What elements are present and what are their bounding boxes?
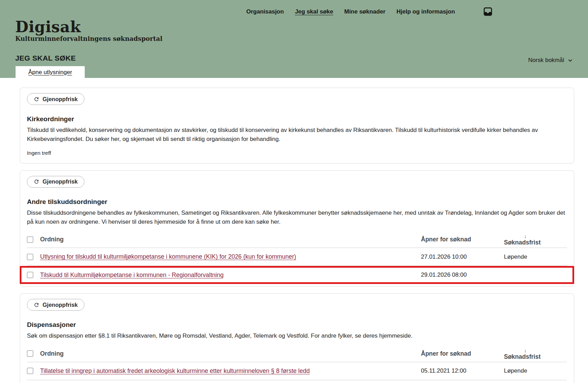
table-row: Tilskudd til Kulturmiljøkompetanse i kom… — [20, 266, 574, 284]
deadline-cell: Løpende — [504, 367, 567, 374]
app-logo-subtitle: Kulturminneforvaltningens søknadsportal — [15, 36, 163, 42]
column-header-opens[interactable]: Åpner for søknad — [421, 236, 504, 243]
table-header-row: Ordning Åpner for søknad ↓ Søknadsfrist — [27, 231, 567, 248]
refresh-icon — [34, 96, 39, 102]
refresh-button[interactable]: Gjenoppfrisk — [27, 299, 84, 311]
column-header-deadline-label: Søknadsfrist — [504, 353, 567, 360]
site-header: Organisasjon Jeg skal søke Mine søknader… — [0, 0, 588, 78]
opens-cell: 05.11.2021 12:00 — [421, 367, 504, 374]
opens-cell: 29.01.2026 08:00 — [421, 271, 504, 278]
row-checkbox[interactable] — [27, 272, 33, 278]
empty-result-text: Ingen treff — [27, 150, 567, 156]
row-checkbox[interactable] — [27, 254, 33, 260]
ordning-link[interactable]: Tillatelse til inngrep i automatisk fred… — [40, 367, 421, 375]
ordninger-table: Ordning Åpner for søknad ↓ Søknadsfrist … — [27, 346, 567, 380]
tab-label: Åpne utlysninger — [28, 69, 72, 76]
table-header-row: Ordning Åpner for søknad ↓ Søknadsfrist — [27, 346, 567, 362]
card-description: Tilskudd til vedlikehold, konservering o… — [27, 126, 567, 144]
refresh-icon — [34, 179, 39, 185]
language-selected-label: Norsk bokmål — [528, 57, 564, 64]
column-header-ordning[interactable]: Ordning — [40, 350, 421, 357]
ordning-link[interactable]: Tilskudd til Kulturmiljøkompetanse i kom… — [40, 271, 421, 279]
card-title: Kirkeordninger — [27, 115, 567, 123]
column-header-deadline-label: Søknadsfrist — [504, 239, 567, 246]
refresh-button-label: Gjenoppfrisk — [43, 178, 78, 185]
select-all-checkbox[interactable] — [27, 237, 33, 243]
column-header-deadline[interactable]: ↓ Søknadsfrist — [504, 233, 567, 246]
table-row: Utlysning for tilskudd til kulturmiljøko… — [27, 248, 567, 266]
nav-item-jeg-skal-soke[interactable]: Jeg skal søke — [295, 8, 333, 15]
table-body: Tillatelse til inngrep i automatisk fred… — [27, 362, 567, 380]
refresh-button[interactable]: Gjenoppfrisk — [27, 93, 84, 105]
card-title: Dispensasjoner — [27, 321, 567, 329]
refresh-button-label: Gjenoppfrisk — [43, 96, 78, 103]
card-kirkeordninger: Gjenoppfrisk Kirkeordninger Tilskudd til… — [20, 88, 574, 163]
table-row: Tillatelse til inngrep i automatisk fred… — [27, 362, 567, 380]
select-all-checkbox[interactable] — [27, 350, 33, 357]
inbox-button[interactable] — [483, 7, 493, 16]
column-header-ordning[interactable]: Ordning — [40, 236, 421, 243]
refresh-button[interactable]: Gjenoppfrisk — [27, 176, 84, 188]
page-title: JEG SKAL SØKE — [15, 54, 76, 62]
ordning-link[interactable]: Utlysning for tilskudd til kulturmiljøko… — [40, 253, 421, 260]
row-checkbox[interactable] — [27, 368, 33, 374]
deadline-cell: Løpende — [504, 253, 567, 260]
card-dispensasjoner: Gjenoppfrisk Dispensasjoner Søk om dispe… — [20, 293, 574, 383]
chevron-down-icon — [568, 58, 573, 63]
main-nav: Organisasjon Jeg skal søke Mine søknader… — [246, 7, 493, 16]
card-title: Andre tilskuddsordninger — [27, 198, 567, 206]
app-logo-title: Digisak — [15, 19, 163, 35]
table-body: Utlysning for tilskudd til kulturmiljøko… — [27, 248, 567, 284]
tab-apne-utlysninger[interactable]: Åpne utlysninger — [16, 66, 85, 78]
language-selector[interactable]: Norsk bokmål — [526, 56, 575, 64]
app-logo: Digisak Kulturminneforvaltningens søknad… — [15, 19, 163, 42]
card-andre-tilskuddsordninger: Gjenoppfrisk Andre tilskuddsordninger Di… — [20, 170, 574, 287]
nav-item-organisasjon[interactable]: Organisasjon — [246, 8, 284, 15]
card-description: Disse tilskuddsordningene behandles av f… — [27, 208, 567, 227]
sort-descending-icon: ↓ — [504, 233, 567, 239]
nav-item-mine-soknader[interactable]: Mine søknader — [344, 8, 385, 15]
card-description: Søk om dispensasjon etter §8.1 til Riksa… — [27, 331, 567, 340]
column-header-deadline[interactable]: ↓ Søknadsfrist — [504, 347, 567, 360]
refresh-button-label: Gjenoppfrisk — [43, 302, 78, 308]
opens-cell: 27.01.2026 10:00 — [421, 253, 504, 260]
ordninger-table: Ordning Åpner for søknad ↓ Søknadsfrist … — [27, 231, 567, 284]
sort-descending-icon: ↓ — [504, 347, 567, 353]
refresh-icon — [34, 302, 39, 308]
column-header-opens[interactable]: Åpner for søknad — [421, 350, 504, 357]
inbox-icon — [483, 7, 493, 16]
nav-item-hjelp-og-informasjon[interactable]: Hjelp og informasjon — [396, 8, 455, 15]
main-content: Gjenoppfrisk Kirkeordninger Tilskudd til… — [0, 78, 588, 383]
